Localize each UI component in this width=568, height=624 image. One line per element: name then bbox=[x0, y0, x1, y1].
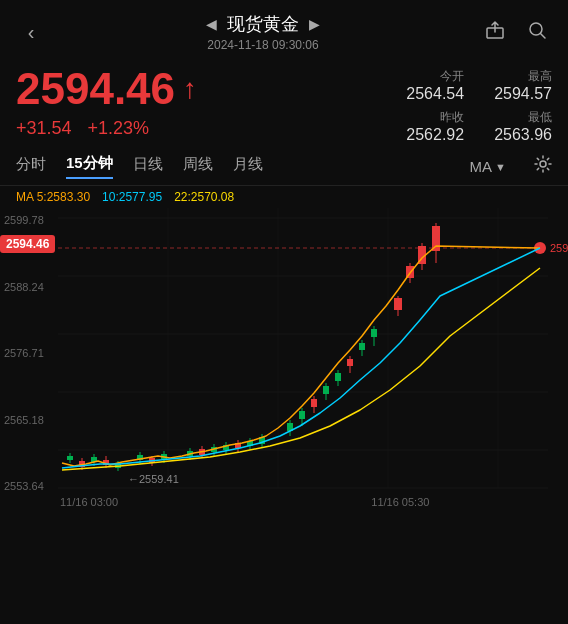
header-center: ◀ 现货黄金 ▶ 2024-11-18 09:30:06 bbox=[46, 12, 480, 52]
svg-rect-61 bbox=[359, 343, 365, 350]
chart-container: 2599.78 2588.24 2576.71 2565.18 2553.64 … bbox=[0, 208, 568, 508]
chevron-down-icon: ▼ bbox=[495, 161, 506, 173]
tab-weekly[interactable]: 周线 bbox=[183, 155, 213, 178]
ma22-label: 22: bbox=[174, 190, 191, 204]
svg-rect-59 bbox=[347, 359, 353, 366]
ma10-legend: 10:2577.95 bbox=[102, 190, 162, 204]
prev-symbol-button[interactable]: ◀ bbox=[206, 16, 217, 32]
ma22-legend: 22:2570.08 bbox=[174, 190, 234, 204]
prev-close-label: 昨收 bbox=[440, 109, 464, 126]
y-label-3: 2576.71 bbox=[0, 347, 58, 359]
price-left: 2594.46 ↑ +31.54 +1.23% bbox=[16, 64, 197, 139]
tab-fenshi[interactable]: 分时 bbox=[16, 155, 46, 178]
low-label: 最低 bbox=[528, 109, 552, 126]
low-value: 2563.96 bbox=[494, 126, 552, 144]
chart-svg[interactable]: 2594.01→ ←2559.41 bbox=[0, 208, 568, 498]
price-up-arrow: ↑ bbox=[183, 73, 197, 105]
current-price-badge: 2594.46 bbox=[0, 235, 55, 253]
tab-ma-dropdown[interactable]: MA ▼ bbox=[470, 158, 506, 175]
svg-rect-65 bbox=[394, 298, 402, 310]
stats-row-bottom: 昨收 2562.92 最低 2563.96 bbox=[406, 109, 552, 144]
ma-label: MA bbox=[470, 158, 493, 175]
prev-close-stat: 昨收 2562.92 bbox=[406, 109, 464, 144]
ma5-legend: MA 5:2583.30 bbox=[16, 190, 90, 204]
symbol-title: 现货黄金 bbox=[227, 12, 299, 36]
tab-monthly[interactable]: 月线 bbox=[233, 155, 263, 178]
high-stat: 最高 2594.57 bbox=[494, 68, 552, 103]
today-open-stat: 今开 2564.54 bbox=[406, 68, 464, 103]
prev-close-value: 2562.92 bbox=[406, 126, 464, 144]
svg-text:←2559.41: ←2559.41 bbox=[128, 473, 179, 485]
ma-legend: MA 5:2583.30 10:2577.95 22:2570.08 bbox=[0, 186, 568, 208]
tab-daily[interactable]: 日线 bbox=[133, 155, 163, 178]
svg-rect-53 bbox=[311, 399, 317, 407]
main-price: 2594.46 ↑ bbox=[16, 64, 197, 114]
high-label: 最高 bbox=[528, 68, 552, 85]
ma5-label: MA 5: bbox=[16, 190, 47, 204]
svg-rect-18 bbox=[67, 456, 73, 460]
x-label-3: 11/16 05:30 bbox=[371, 496, 429, 508]
next-symbol-button[interactable]: ▶ bbox=[309, 16, 320, 32]
ma22-value: 2570.08 bbox=[191, 190, 234, 204]
header: ‹ ◀ 现货黄金 ▶ 2024-11-18 09:30:06 bbox=[0, 0, 568, 56]
y-label-4: 2565.18 bbox=[0, 414, 58, 426]
ma10-value: 2577.95 bbox=[119, 190, 162, 204]
ma10-label: 10: bbox=[102, 190, 119, 204]
svg-rect-63 bbox=[371, 329, 377, 337]
price-stats: 今开 2564.54 最高 2594.57 昨收 2562.92 最低 2563… bbox=[406, 68, 552, 144]
today-open-label: 今开 bbox=[440, 68, 464, 85]
change-absolute: +31.54 bbox=[16, 118, 72, 139]
tab-bar: 分时 15分钟 日线 周线 月线 MA ▼ bbox=[0, 148, 568, 186]
svg-rect-51 bbox=[299, 411, 305, 419]
title-row: ◀ 现货黄金 ▶ bbox=[206, 12, 320, 36]
change-percent: +1.23% bbox=[88, 118, 150, 139]
tab-15min[interactable]: 15分钟 bbox=[66, 154, 113, 179]
y-label-5: 2553.64 bbox=[0, 480, 58, 492]
low-stat: 最低 2563.96 bbox=[494, 109, 552, 144]
stats-row-top: 今开 2564.54 最高 2594.57 bbox=[406, 68, 552, 103]
settings-button[interactable] bbox=[534, 155, 552, 178]
svg-point-3 bbox=[540, 161, 546, 167]
search-button[interactable] bbox=[522, 20, 552, 45]
svg-rect-4 bbox=[0, 208, 568, 498]
svg-line-2 bbox=[541, 33, 546, 38]
svg-rect-57 bbox=[335, 373, 341, 381]
svg-rect-71 bbox=[432, 226, 440, 251]
y-label-1: 2599.78 bbox=[0, 214, 58, 226]
ma5-value: 2583.30 bbox=[47, 190, 90, 204]
today-open-value: 2564.54 bbox=[406, 85, 464, 103]
high-value: 2594.57 bbox=[494, 85, 552, 103]
x-label-1: 11/16 03:00 bbox=[60, 496, 118, 508]
main-price-value: 2594.46 bbox=[16, 64, 175, 114]
price-section: 2594.46 ↑ +31.54 +1.23% 今开 2564.54 最高 25… bbox=[0, 56, 568, 148]
price-change-row: +31.54 +1.23% bbox=[16, 118, 197, 139]
svg-text:2594.01→: 2594.01→ bbox=[550, 242, 568, 254]
y-label-2: 2588.24 bbox=[0, 281, 58, 293]
share-button[interactable] bbox=[480, 20, 510, 45]
svg-rect-55 bbox=[323, 386, 329, 394]
datetime-label: 2024-11-18 09:30:06 bbox=[207, 38, 318, 52]
back-button[interactable]: ‹ bbox=[16, 21, 46, 44]
